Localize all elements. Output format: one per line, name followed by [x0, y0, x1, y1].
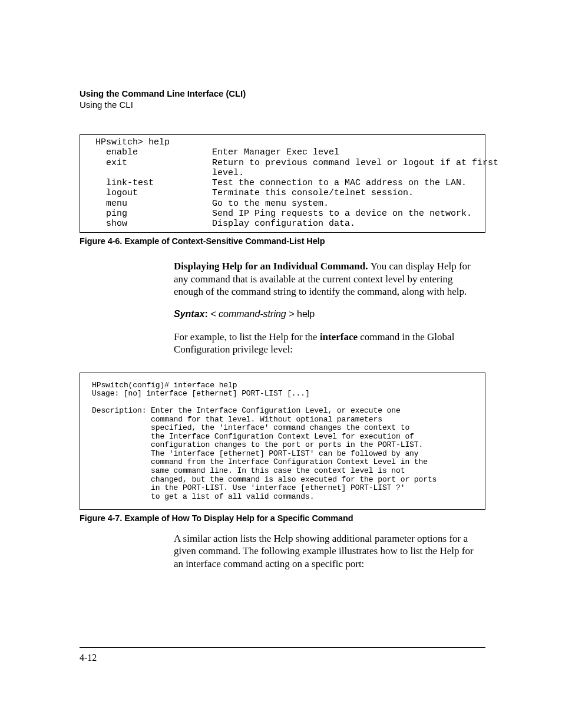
figure-caption-4-7: Figure 4-7. Example of How To Display He… [80, 513, 485, 523]
syntax-help: help [295, 309, 315, 319]
terminal-output-box-2: HPswitch(config)# interface help Usage: … [80, 373, 485, 510]
page: Using the Command Line Interface (CLI) U… [0, 0, 562, 728]
paragraph-followup: A similar action lists the Help showing … [174, 532, 481, 570]
paragraph-example-intro: For example, to list the Help for the in… [174, 331, 481, 356]
running-header: Using the Command Line Interface (CLI) U… [80, 88, 485, 110]
para2-pre: For example, to list the Help for the [174, 331, 320, 342]
keyword-interface: interface [320, 331, 358, 342]
syntax-colon: : [204, 309, 210, 319]
body-text: Displaying Help for an Individual Comman… [174, 260, 481, 355]
terminal-output-box-1: HPswitch> help enable Enter Manager Exec… [80, 134, 485, 233]
figure-caption-4-6: Figure 4-6. Example of Context-Sensitive… [80, 236, 485, 246]
syntax-arg: < command-string > [210, 309, 294, 319]
footer-rule [80, 647, 485, 648]
run-in-heading: Displaying Help for an Individual Comman… [174, 261, 371, 272]
body-text-2: A similar action lists the Help showing … [174, 532, 481, 570]
paragraph-displaying-help: Displaying Help for an Individual Comman… [174, 260, 481, 298]
header-subtitle: Using the CLI [80, 100, 485, 110]
header-title: Using the Command Line Interface (CLI) [80, 88, 485, 98]
syntax-line: Syntax: < command-string > help [174, 308, 481, 320]
syntax-label: Syntax [174, 309, 204, 319]
page-number: 4-12 [80, 653, 97, 663]
